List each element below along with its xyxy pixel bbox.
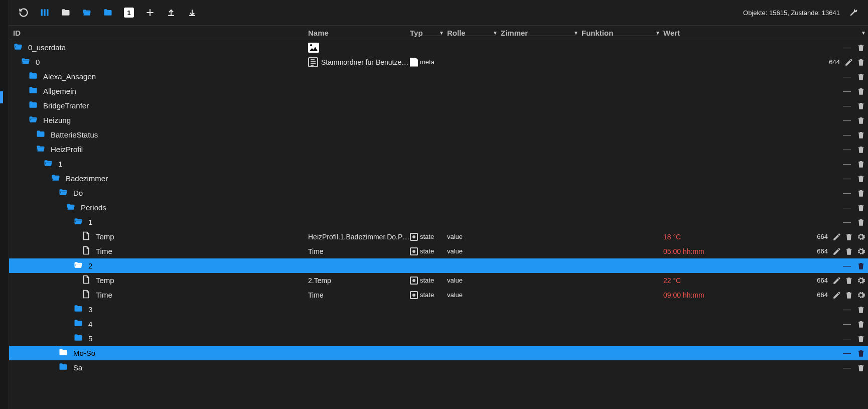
row-wert-text[interactable]: 09:00 hh:mm: [663, 291, 704, 299]
row-wert-text[interactable]: 22 °C: [663, 277, 681, 285]
delete-icon[interactable]: [856, 57, 866, 67]
delete-icon[interactable]: [856, 319, 866, 329]
folder-open-icon: [13, 42, 28, 53]
columns-icon[interactable]: [34, 2, 55, 23]
table-row[interactable]: 0_userdata—: [9, 40, 868, 55]
refresh-button[interactable]: [13, 2, 34, 23]
row-id-label: 1: [58, 160, 62, 168]
row-id-label: Temp: [96, 232, 114, 241]
add-button[interactable]: [139, 2, 161, 23]
delete-icon[interactable]: [856, 261, 866, 271]
delete-icon[interactable]: [844, 276, 854, 286]
header-funktion[interactable]: Funktion▼: [582, 29, 663, 37]
folder-icon: [73, 333, 88, 344]
table-row[interactable]: TempHeizProfil.1.Badezimmer.Do.Periods…s…: [9, 229, 868, 244]
table-row[interactable]: 0Stammordner für Benutzerobjekte …meta64…: [9, 55, 868, 69]
delete-icon[interactable]: [856, 101, 866, 111]
upload-button[interactable]: [161, 2, 182, 23]
gear-icon[interactable]: [856, 232, 866, 242]
delete-icon[interactable]: [856, 174, 866, 184]
left-rail-marker: [0, 91, 3, 103]
table-row[interactable]: 5—: [9, 331, 868, 346]
header-wert[interactable]: Wert: [663, 29, 729, 37]
edit-icon[interactable]: [832, 246, 842, 256]
row-permissions: 664: [813, 291, 828, 299]
edit-icon[interactable]: [832, 232, 842, 242]
folder-icon: [28, 71, 43, 82]
delete-icon[interactable]: [844, 232, 854, 242]
table-row[interactable]: Badezimmer—: [9, 171, 868, 186]
table-row[interactable]: 4—: [9, 317, 868, 331]
delete-icon[interactable]: [856, 188, 866, 198]
row-wert-text[interactable]: 18 °C: [663, 233, 681, 241]
delete-icon[interactable]: [856, 145, 866, 155]
table-row[interactable]: 3—: [9, 302, 868, 317]
table-row[interactable]: Temp2.Tempstatevalue22 °C664: [9, 273, 868, 288]
table-row[interactable]: Periods—: [9, 200, 868, 215]
table-row[interactable]: BatterieStatus—: [9, 127, 868, 142]
row-placeholder-dash: —: [840, 261, 854, 270]
table-row[interactable]: TimeTimestatevalue05:00 hh:mm664: [9, 244, 868, 258]
row-id-label: 0: [36, 58, 40, 66]
row-placeholder-dash: —: [840, 145, 854, 154]
download-button[interactable]: [182, 2, 203, 23]
folder-closed-icon[interactable]: [55, 2, 76, 23]
table-row[interactable]: Heizung—: [9, 113, 868, 127]
edit-icon[interactable]: [832, 276, 842, 286]
table-row[interactable]: 2—: [9, 258, 868, 273]
table-row[interactable]: Alexa_Ansagen—: [9, 69, 868, 84]
settings-wrench-icon[interactable]: [843, 2, 864, 23]
edit-icon[interactable]: [844, 57, 854, 67]
delete-icon[interactable]: [856, 217, 866, 227]
delete-icon[interactable]: [856, 72, 866, 82]
folder-open-icon: [21, 56, 36, 68]
table-row[interactable]: 1—: [9, 215, 868, 229]
delete-icon[interactable]: [856, 305, 866, 315]
table-row[interactable]: TimeTimestatevalue09:00 hh:mm664: [9, 288, 868, 302]
delete-icon[interactable]: [844, 290, 854, 300]
gear-icon[interactable]: [856, 290, 866, 300]
table-row[interactable]: HeizProfil—: [9, 142, 868, 157]
row-id-label: HeizProfil: [51, 145, 83, 154]
delete-icon[interactable]: [856, 203, 866, 213]
delete-icon[interactable]: [856, 334, 866, 344]
table-row[interactable]: Do—: [9, 186, 868, 200]
header-zimmer[interactable]: Zimmer▼: [501, 29, 582, 37]
folder-icon[interactable]: [97, 2, 118, 23]
header-typ[interactable]: Typ▼: [410, 29, 447, 37]
delete-icon[interactable]: [856, 115, 866, 125]
delete-icon[interactable]: [856, 86, 866, 96]
state-filter-button[interactable]: 1: [118, 2, 139, 23]
delete-icon[interactable]: [856, 363, 866, 373]
table-row[interactable]: BridgeTranfer—: [9, 98, 868, 113]
header-rolle[interactable]: Rolle▼: [447, 29, 501, 37]
row-name-text: Time: [308, 291, 324, 299]
delete-icon[interactable]: [856, 130, 866, 140]
delete-icon[interactable]: [856, 348, 866, 358]
row-typ-text: meta: [420, 58, 435, 66]
gear-icon[interactable]: [856, 276, 866, 286]
gear-icon[interactable]: [856, 246, 866, 256]
row-id-label: Temp: [96, 276, 114, 285]
delete-icon[interactable]: [856, 159, 866, 169]
header-filter-reset[interactable]: ▼: [729, 30, 868, 36]
header-name[interactable]: Name: [308, 29, 410, 37]
row-wert-text[interactable]: 05:00 hh:mm: [663, 247, 704, 255]
table-row[interactable]: Mo-So—: [9, 346, 868, 360]
table-row[interactable]: Sa—: [9, 360, 868, 375]
folder-icon: [73, 318, 88, 330]
delete-icon[interactable]: [844, 246, 854, 256]
delete-icon[interactable]: [856, 43, 866, 53]
table-row[interactable]: Allgemein—: [9, 84, 868, 98]
header-id[interactable]: ID: [9, 29, 308, 37]
row-id-label: 0_userdata: [28, 43, 66, 52]
edit-icon[interactable]: [832, 290, 842, 300]
row-rolle-text: value: [447, 247, 463, 255]
row-placeholder-dash: —: [840, 189, 854, 198]
folder-open-icon[interactable]: [76, 2, 97, 23]
folder-open-icon: [51, 173, 66, 184]
table-row[interactable]: 1—: [9, 157, 868, 171]
toolbar: 1 Objekte: 15615, Zustände: 13641: [9, 0, 868, 25]
row-id-label: BatterieStatus: [51, 130, 98, 139]
state-type-icon: [410, 291, 418, 299]
